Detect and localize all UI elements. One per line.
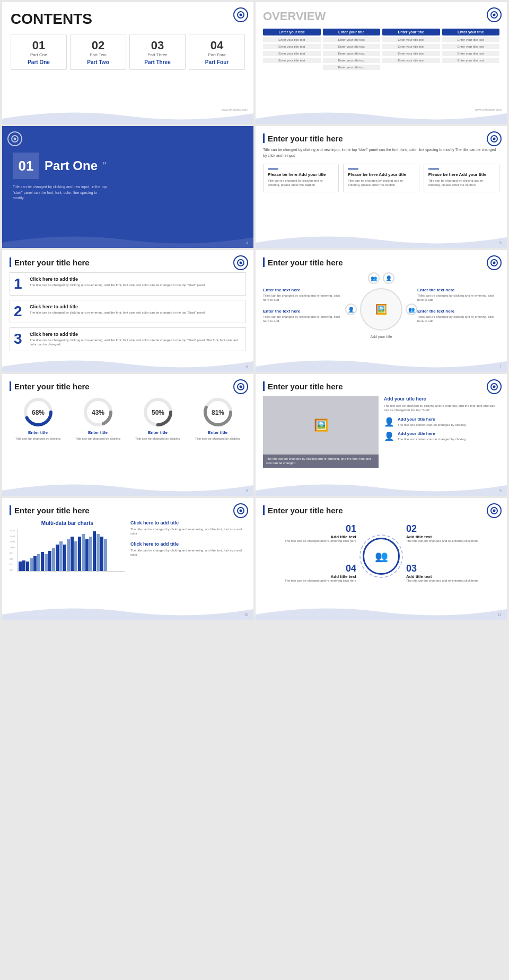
slide-overview: OVERVIEW Enter your title Enter your tit… (256, 2, 507, 124)
wave-decoration (256, 108, 507, 124)
card-3: Please be here Add your title Title can … (424, 164, 499, 192)
surround-icon-4: 👥 (406, 304, 417, 315)
contents-title: CONTENTS (11, 11, 245, 28)
person-list: 👤 Add your title here The title and cont… (384, 417, 499, 442)
image-person-layout: 🖼️ The title can be changed by clicking … (263, 396, 499, 468)
logo-icon (487, 503, 502, 518)
wave-decoration (2, 356, 253, 372)
wave-decoration (256, 604, 507, 620)
center-label: Add your title (371, 335, 392, 338)
barchart-layout: Multi-data bar charts 3,440 2,400 1,900 … (10, 520, 246, 577)
slide-icons: Enter your title here Enter the text her… (256, 250, 507, 372)
process-center: 👥 (363, 538, 400, 575)
logo-icon (487, 379, 502, 394)
slide-9-right: Click here to add title The title can be… (130, 520, 246, 577)
part-content: 01 Part One " Title can be changed by cl… (2, 126, 253, 212)
image-container: 🖼️ The title can be changed by clicking … (263, 396, 379, 468)
person-icon-2: 👤 (384, 431, 394, 441)
slide-donuts: Enter your title here 68% Enter title Ti… (2, 374, 253, 496)
part-header: 01 Part One " (13, 153, 243, 179)
circle-item-4: 81% Enter title Title can be changed by … (189, 396, 246, 441)
card-1: Please be here Add your title Title can … (263, 164, 339, 192)
logo-icon (233, 379, 248, 394)
bar-area (17, 529, 125, 577)
surround-icon-3: 👤 (345, 304, 357, 315)
icon-entry-1: Enter the text here Titles can be change… (263, 288, 345, 302)
y-axis: 3,440 2,400 1,900 1,000 800 600 400 200 (10, 529, 15, 572)
contents-item-1: 01 Part One Part One (11, 34, 67, 70)
wave-decoration (256, 480, 507, 496)
donut-chart-2: 43% (82, 396, 114, 428)
svg-text:81%: 81% (211, 409, 224, 416)
logo-icon (233, 7, 248, 22)
logo-icon (487, 131, 502, 146)
chart-title: Multi-data bar charts (10, 520, 125, 526)
center-area: 👥 👤 👤 🖼️ 👥 Add your title (345, 272, 417, 338)
icon-entry-4: Enter the text here Titles can be change… (417, 309, 499, 324)
icon-layout: Enter the text here Titles can be change… (263, 272, 499, 338)
center-circle: 🖼️ (360, 288, 402, 331)
image-caption: The title can be changed by clicking and… (263, 455, 379, 468)
overview-grid: Enter your title Enter your title text E… (263, 29, 499, 70)
ov-col-1: Enter your title Enter your title text E… (263, 29, 321, 70)
wave-decoration (256, 356, 507, 372)
svg-text:43%: 43% (91, 409, 104, 416)
slide-title-bar: Enter your title here (10, 381, 246, 391)
process-center-icon: 👥 (375, 550, 388, 563)
right-panel-title: Add your title here (384, 396, 499, 402)
ov-col-4: Enter your title Enter your title text E… (442, 29, 500, 70)
ov-col-2: Enter your title Enter your title text E… (323, 29, 381, 70)
blue-accent-bar (263, 133, 265, 143)
slide-numbered-list: Enter your title here 1 Click here to ad… (2, 250, 253, 372)
click-entry-1: Click here to add title The title can be… (130, 520, 246, 536)
wave-decoration (2, 108, 253, 124)
slide-title-bar: Enter your title here (10, 257, 246, 267)
wave-decoration (256, 232, 507, 248)
slide-desc: Title can be changed by clicking and new… (263, 147, 499, 158)
wave-decoration (2, 604, 253, 620)
slide-part-one: 01 Part One " Title can be changed by cl… (2, 126, 253, 248)
icon-col-right: Enter the text here Titles can be change… (417, 288, 499, 324)
donut-chart-3: 50% (142, 396, 174, 428)
item-num: 01 (14, 39, 63, 52)
icon-entry-2: Enter the text here Titles can be change… (263, 309, 345, 324)
circle-item-2: 43% Enter title Title can be changed by … (69, 396, 126, 441)
contents-item-2: 02 Part Two Part Two (70, 34, 126, 70)
part-number: 01 (19, 158, 34, 174)
person-row-2: 👤 Add your title here The title and cont… (384, 431, 499, 441)
person-panel: Add your title here The title can be cha… (384, 396, 499, 468)
bars (17, 529, 125, 572)
slide-title-cards: Enter your title here Title can be chang… (256, 126, 507, 248)
contents-item-3: 03 Part Three Part Three (129, 34, 186, 70)
bar (19, 562, 22, 571)
person-icon-1: 👤 (384, 417, 394, 427)
right-panel-desc: The title can be changed by clicking and… (384, 404, 499, 413)
donut-chart-1: 68% (22, 396, 54, 428)
logo-icon (487, 7, 502, 22)
logo-icon (233, 255, 248, 270)
logo-icon (487, 255, 502, 270)
slide-title-bar: Enter your title here (263, 505, 499, 515)
wave-decoration (2, 480, 253, 496)
list-item-3: 3 Click here to add title The title can … (10, 327, 246, 351)
card-2: Please be here Add your title Title can … (343, 164, 419, 192)
slide-title-bar: Enter your title here (263, 257, 499, 267)
list-item-1: 1 Click here to add title The title can … (10, 272, 246, 296)
circle-item-3: 50% Enter title Title can be changed by … (129, 396, 186, 441)
slide-image-person: Enter your title here 🖼️ The title can b… (256, 374, 507, 496)
part-title: Part One (45, 158, 98, 173)
svg-text:50%: 50% (151, 409, 164, 416)
svg-text:68%: 68% (31, 409, 44, 416)
slide-title-bar: Enter your title here (263, 381, 499, 391)
click-entry-2: Click here to add title The title can be… (130, 541, 246, 557)
slide-title-bar: Enter your title here (10, 505, 246, 515)
part-subtitle: Title can be changed by clicking and new… (13, 184, 108, 201)
part-num-box: 01 (13, 153, 39, 179)
wave-decoration (2, 232, 253, 248)
process-grid: 👥 01 Add title text The title can be cha… (263, 519, 499, 593)
image-placeholder: 🖼️ (263, 396, 379, 455)
numbered-list: 1 Click here to add title The title can … (10, 272, 246, 351)
contents-item-4: 04 Part Four Part Four (189, 34, 245, 70)
person-row-1: 👤 Add your title here The title and cont… (384, 417, 499, 427)
slide-barchart: Enter your title here Multi-data bar cha… (2, 498, 253, 620)
